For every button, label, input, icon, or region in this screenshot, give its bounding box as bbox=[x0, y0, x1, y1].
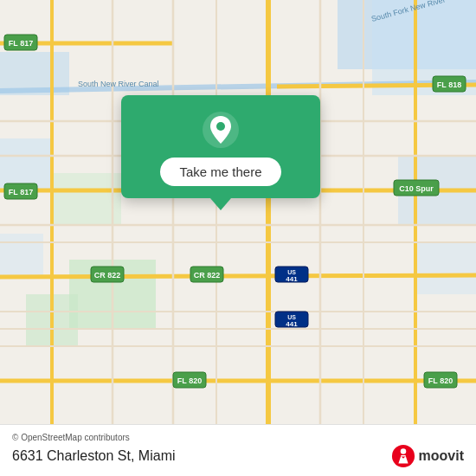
svg-rect-5 bbox=[0, 234, 43, 277]
address-text: 6631 Charleston St, Miami bbox=[12, 448, 176, 464]
svg-text:C10 Spur: C10 Spur bbox=[399, 184, 434, 193]
moovit-logo: moovit bbox=[391, 444, 464, 468]
svg-text:CR 822: CR 822 bbox=[194, 271, 221, 280]
svg-text:FL 818: FL 818 bbox=[437, 80, 461, 89]
svg-text:441: 441 bbox=[286, 275, 298, 283]
svg-text:FL 817: FL 817 bbox=[9, 39, 33, 48]
svg-point-61 bbox=[216, 122, 225, 131]
bottom-bar: © OpenStreetMap contributors 6631 Charle… bbox=[0, 424, 476, 476]
svg-point-63 bbox=[400, 448, 406, 454]
map-svg: FL 817 FL 817 FL 818 CR 822 CR 822 US 44… bbox=[0, 0, 476, 424]
svg-text:South New River Canal: South New River Canal bbox=[78, 80, 159, 88]
svg-text:CR 822: CR 822 bbox=[94, 271, 121, 280]
attribution: © OpenStreetMap contributors bbox=[12, 433, 464, 442]
svg-rect-7 bbox=[415, 242, 476, 294]
moovit-text: moovit bbox=[419, 448, 464, 464]
svg-text:441: 441 bbox=[286, 320, 298, 328]
address-row: 6631 Charleston St, Miami moovit bbox=[12, 444, 464, 468]
attribution-text: © OpenStreetMap contributors bbox=[12, 433, 130, 442]
svg-text:FL 820: FL 820 bbox=[177, 376, 202, 385]
svg-text:FL 820: FL 820 bbox=[428, 376, 453, 385]
svg-rect-4 bbox=[0, 138, 52, 190]
svg-rect-64 bbox=[401, 455, 406, 456]
svg-text:US: US bbox=[287, 269, 296, 275]
svg-text:US: US bbox=[287, 314, 296, 320]
location-pin-icon bbox=[202, 111, 240, 149]
svg-rect-10 bbox=[52, 173, 121, 225]
map-container: FL 817 FL 817 FL 818 CR 822 CR 822 US 44… bbox=[0, 0, 476, 424]
map-popup: Take me there bbox=[121, 95, 320, 198]
moovit-icon bbox=[391, 444, 415, 468]
svg-line-15 bbox=[0, 275, 476, 277]
take-me-there-button[interactable]: Take me there bbox=[160, 158, 280, 186]
svg-text:FL 817: FL 817 bbox=[9, 188, 33, 196]
